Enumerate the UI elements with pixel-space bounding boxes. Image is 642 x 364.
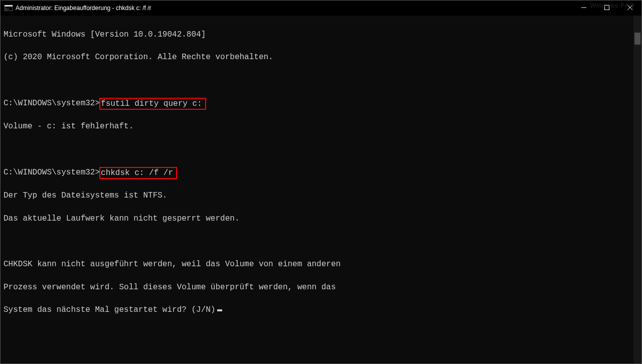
window-controls xyxy=(572,1,641,16)
terminal-line: Das aktuelle Laufwerk kann nicht gesperr… xyxy=(4,213,638,225)
prompt-path: C:\WINDOWS\system32> xyxy=(4,98,100,109)
terminal-prompt-line: C:\WINDOWS\system32>fsutil dirty query c… xyxy=(4,98,638,110)
highlighted-command: fsutil dirty query c: xyxy=(99,98,206,110)
terminal-line: Prozess verwendet wird. Soll dieses Volu… xyxy=(4,282,638,293)
terminal-line: Der Typ des Dateisystems ist NTFS. xyxy=(4,190,638,202)
cmd-icon: C:\ xyxy=(5,4,13,12)
terminal-line: CHKDSK kann nicht ausgeführt werden, wei… xyxy=(4,259,638,270)
close-icon xyxy=(627,5,632,12)
svg-rect-1 xyxy=(5,5,13,7)
terminal-line xyxy=(4,75,638,86)
svg-text:C:\: C:\ xyxy=(6,8,10,11)
maximize-button[interactable] xyxy=(595,1,618,16)
window-title: Administrator: Eingabeaufforderung - chk… xyxy=(16,5,151,12)
svg-rect-4 xyxy=(605,6,609,10)
terminal-prompt-line: System das nächste Mal gestartet wird? (… xyxy=(4,304,638,316)
maximize-icon xyxy=(604,5,609,12)
terminal-line: Microsoft Windows [Version 10.0.19042.80… xyxy=(4,29,638,41)
terminal-line: (c) 2020 Microsoft Corporation. Alle Rec… xyxy=(4,52,638,63)
minimize-icon xyxy=(581,5,586,12)
prompt-path: C:\WINDOWS\system32> xyxy=(4,167,100,178)
close-button[interactable] xyxy=(618,1,641,16)
terminal-prompt-line: C:\WINDOWS\system32>chkdsk c: /f /r xyxy=(4,167,638,179)
text-cursor xyxy=(217,309,222,311)
minimize-button[interactable] xyxy=(572,1,595,16)
terminal-output[interactable]: Microsoft Windows [Version 10.0.19042.80… xyxy=(1,16,641,363)
highlighted-command: chkdsk c: /f /r xyxy=(99,167,177,179)
terminal-area[interactable]: Microsoft Windows [Version 10.0.19042.80… xyxy=(1,16,641,363)
scrollbar-thumb[interactable] xyxy=(634,33,640,45)
terminal-line: Volume - c: ist fehlerhaft. xyxy=(4,121,638,132)
scrollbar-track[interactable] xyxy=(633,16,641,363)
titlebar[interactable]: C:\ Administrator: Eingabeaufforderung -… xyxy=(1,1,641,16)
terminal-line xyxy=(4,236,638,248)
cmd-window: Windows-FAQ C:\ Administrator: Eingabeau… xyxy=(0,0,642,364)
terminal-line xyxy=(4,144,638,155)
terminal-line: System das nächste Mal gestartet wird? (… xyxy=(4,304,215,316)
